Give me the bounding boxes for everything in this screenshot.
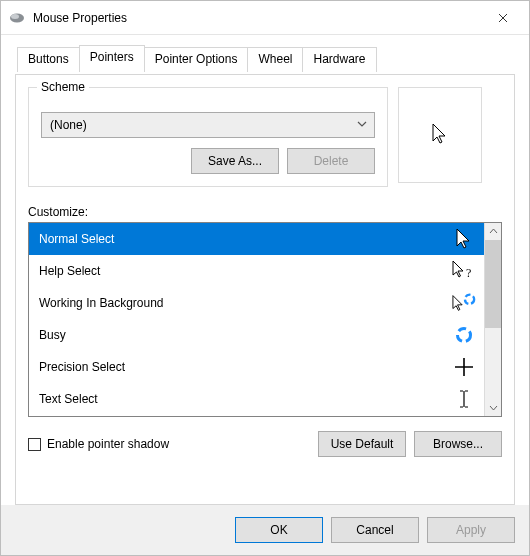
cursor-working-icon xyxy=(452,291,476,315)
cursor-precision-icon xyxy=(452,355,476,379)
checkbox-icon xyxy=(28,438,41,451)
list-item[interactable]: Help Select ? xyxy=(29,255,484,287)
window-title: Mouse Properties xyxy=(33,11,481,25)
cursor-preview xyxy=(398,87,482,183)
mouse-icon xyxy=(9,12,25,24)
scheme-dropdown[interactable]: (None) xyxy=(41,112,375,138)
tab-wheel[interactable]: Wheel xyxy=(247,47,303,72)
scrollbar[interactable] xyxy=(484,223,501,416)
svg-point-3 xyxy=(465,295,474,304)
tab-pointers[interactable]: Pointers xyxy=(79,45,145,70)
browse-button[interactable]: Browse... xyxy=(414,431,502,457)
tab-body: Scheme (None) Save As... Delete xyxy=(15,75,515,505)
cursor-help-icon: ? xyxy=(452,259,476,283)
ok-button[interactable]: OK xyxy=(235,517,323,543)
cancel-button[interactable]: Cancel xyxy=(331,517,419,543)
scheme-group-label: Scheme xyxy=(37,80,89,94)
list-item[interactable]: Precision Select xyxy=(29,351,484,383)
tab-buttons[interactable]: Buttons xyxy=(17,47,80,72)
scroll-up-button[interactable] xyxy=(485,223,501,240)
customize-label: Customize: xyxy=(28,205,502,219)
cursor-arrow-icon xyxy=(452,227,476,251)
tabstrip: Buttons Pointers Pointer Options Wheel H… xyxy=(15,45,515,75)
svg-point-4 xyxy=(458,329,471,342)
list-item-label: Help Select xyxy=(39,264,100,278)
tab-hardware[interactable]: Hardware xyxy=(302,47,376,72)
customize-list: Normal Select Help Select ? Work xyxy=(28,222,502,417)
scrollbar-thumb[interactable] xyxy=(485,240,501,328)
enable-shadow-label: Enable pointer shadow xyxy=(47,437,169,451)
cursor-busy-icon xyxy=(452,323,476,347)
chevron-down-icon xyxy=(356,118,368,130)
svg-point-1 xyxy=(11,14,19,19)
list-item-label: Text Select xyxy=(39,392,98,406)
list-item[interactable]: Busy xyxy=(29,319,484,351)
list-item[interactable]: Working In Background xyxy=(29,287,484,319)
list-item-label: Normal Select xyxy=(39,232,114,246)
save-as-button[interactable]: Save As... xyxy=(191,148,279,174)
list-item-label: Working In Background xyxy=(39,296,164,310)
list-item[interactable]: Normal Select xyxy=(29,223,484,255)
svg-text:?: ? xyxy=(466,266,471,280)
scroll-down-button[interactable] xyxy=(485,399,501,416)
enable-shadow-checkbox[interactable]: Enable pointer shadow xyxy=(28,437,318,451)
scheme-group: Scheme (None) Save As... Delete xyxy=(28,87,388,187)
scheme-selected: (None) xyxy=(50,118,87,132)
use-default-button[interactable]: Use Default xyxy=(318,431,406,457)
apply-button: Apply xyxy=(427,517,515,543)
cursor-text-icon xyxy=(452,387,476,411)
list-item-label: Precision Select xyxy=(39,360,125,374)
list-item[interactable]: Text Select xyxy=(29,383,484,415)
delete-button: Delete xyxy=(287,148,375,174)
tab-pointer-options[interactable]: Pointer Options xyxy=(144,47,249,72)
close-button[interactable] xyxy=(481,3,525,33)
list-item-label: Busy xyxy=(39,328,66,342)
dialog-footer: OK Cancel Apply xyxy=(1,505,529,555)
titlebar: Mouse Properties xyxy=(1,1,529,35)
